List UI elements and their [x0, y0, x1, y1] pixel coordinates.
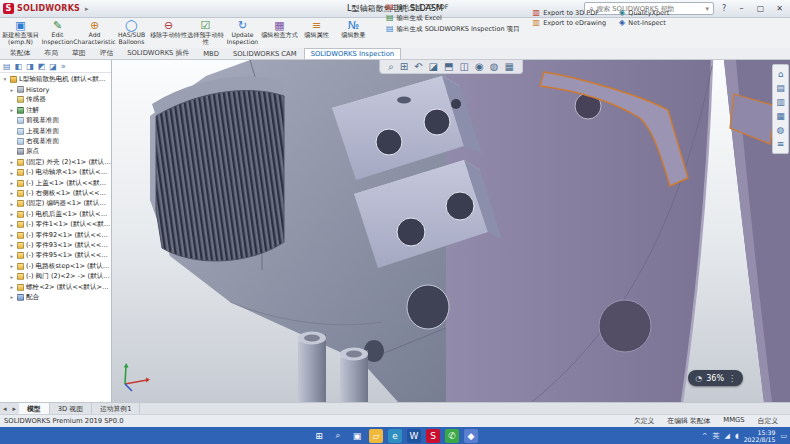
- commandmanager-tab[interactable]: SOLIDWORKS Inspection: [304, 48, 402, 59]
- document-tab[interactable]: 3D 视图: [50, 403, 92, 415]
- tree-item[interactable]: ▸ (-) 电路板step<1> (默认<<默认>_显示状态>): [0, 261, 111, 271]
- ime-indicator[interactable]: 英: [713, 431, 720, 441]
- expand-arrow-icon[interactable]: ▸: [9, 294, 15, 300]
- propertymanager-tab[interactable]: ◧: [15, 62, 23, 71]
- commandmanager-tab[interactable]: SOLIDWORKS CAM: [226, 48, 304, 59]
- menu-flyout-arrow-icon[interactable]: ▸: [85, 5, 89, 13]
- file-explorer-icon[interactable]: ▱: [369, 429, 383, 443]
- tree-item[interactable]: ▸ (-) 右侧板<1> (默认<<默认>_显示状态>): [0, 188, 111, 198]
- appearances-icon[interactable]: ◍: [777, 125, 785, 135]
- tree-item[interactable]: ▸ 注解: [0, 105, 111, 115]
- tree-item[interactable]: 右视基准面: [0, 136, 111, 146]
- expand-arrow-icon[interactable]: ▸: [9, 253, 15, 259]
- section-view-icon[interactable]: ◪: [429, 61, 438, 72]
- net-inspect-item[interactable]: ◈ Net-Inspect: [619, 19, 669, 27]
- expand-arrow-icon[interactable]: ▸: [9, 190, 15, 196]
- search-dropdown-icon[interactable]: ▾: [706, 5, 709, 13]
- expand-arrow-icon[interactable]: ▸: [9, 87, 15, 93]
- tree-item[interactable]: ▸ History: [0, 84, 111, 94]
- edit-quantity-button[interactable]: № 编辑数量: [335, 19, 372, 48]
- expand-arrow-icon[interactable]: ▸: [9, 232, 15, 238]
- edit-appearance-icon[interactable]: ◍: [490, 61, 499, 72]
- help-icon[interactable]: ?: [718, 4, 730, 13]
- export-edrawing-item[interactable]: ▥ Export to eDrawing: [533, 19, 607, 27]
- zoom-area-icon[interactable]: ⊞: [400, 61, 408, 72]
- expand-arrow-icon[interactable]: ▸: [9, 222, 15, 228]
- expand-arrow-icon[interactable]: ▸: [9, 263, 15, 269]
- view-orientation-icon[interactable]: ⬒: [444, 61, 453, 72]
- tab-scroll-right-icon[interactable]: ▸: [10, 405, 20, 413]
- expand-arrow-icon[interactable]: ▾: [2, 76, 8, 82]
- code-icon[interactable]: ◆: [464, 429, 478, 443]
- maximize-button[interactable]: ▢: [753, 4, 768, 13]
- design-library-icon[interactable]: ▤: [776, 83, 785, 93]
- taskbar-clock[interactable]: 15:39 2022/8/15: [744, 429, 776, 443]
- start-button[interactable]: ⊞: [312, 429, 326, 443]
- volume-icon[interactable]: ◖: [735, 432, 739, 440]
- minimize-button[interactable]: –: [734, 4, 749, 13]
- commandmanager-tab[interactable]: SOLIDWORKS 插件: [120, 46, 196, 59]
- qualityxpert-item[interactable]: ◈ QualityXpert: [619, 9, 669, 17]
- tab-scroll-left-icon[interactable]: ◂: [0, 405, 10, 413]
- expand-arrow-icon[interactable]: ▸: [9, 284, 15, 290]
- document-tab[interactable]: 模型: [19, 403, 50, 415]
- tree-item[interactable]: ▸ (-) 阀门 (2)<2> -> (默认<默认>_显示状态>): [0, 271, 111, 281]
- tree-item[interactable]: ▸ (-) 零件1<1> (默认<<默认>_显示状态>): [0, 219, 111, 229]
- export-2d-pdf-item[interactable]: ▤ 输出生成 2D PDF: [386, 3, 520, 12]
- view-palette-icon[interactable]: ▦: [776, 111, 785, 121]
- commandmanager-tab[interactable]: 布局: [37, 46, 65, 59]
- task-view-icon[interactable]: ▣: [350, 429, 364, 443]
- previous-view-icon[interactable]: ↶: [414, 61, 422, 72]
- tree-item[interactable]: ▸ (-) 电机后盖<1> (默认<<默认>_显示状态>): [0, 209, 111, 219]
- expand-arrow-icon[interactable]: ▸: [9, 180, 15, 186]
- display-style-icon[interactable]: ◫: [459, 61, 468, 72]
- panel-flyout-chevron[interactable]: »: [61, 62, 66, 71]
- edit-inspection-button[interactable]: ✎ Edit Inspection: [39, 19, 76, 48]
- export-excel-item[interactable]: ▤ 输出生成 Excel: [386, 14, 520, 23]
- remove-manual-feature-button[interactable]: ⊖ 移除手动特性: [150, 19, 187, 48]
- tree-item[interactable]: ▸ (-) 零件93<1> (默认<<默认>_显示状态>): [0, 240, 111, 250]
- network-icon[interactable]: ◢: [725, 432, 730, 440]
- tree-item[interactable]: 原点: [0, 147, 111, 157]
- notification-center-icon[interactable]: ▭: [780, 432, 787, 440]
- new-inspection-project-button[interactable]: ▣ 新建检查项目 (emp.N): [2, 19, 39, 48]
- edit-inspection-method-button[interactable]: ▦ 编辑检查方式: [261, 19, 298, 48]
- expand-arrow-icon[interactable]: ▸: [9, 201, 15, 207]
- zoom-indicator[interactable]: ◔ 36% ⋮: [688, 370, 743, 386]
- file-explorer-icon[interactable]: ▥: [776, 97, 785, 107]
- wechat-icon[interactable]: ✆: [445, 429, 459, 443]
- select-manual-feature-button[interactable]: ☑ 选择预手动特性: [187, 19, 224, 48]
- commandmanager-tab[interactable]: MBD: [196, 48, 226, 59]
- zoom-left-icon[interactable]: ◔: [695, 374, 702, 383]
- commandmanager-tab[interactable]: 草图: [65, 46, 93, 59]
- hide-show-items-icon[interactable]: ◉: [475, 61, 484, 72]
- configurationmanager-tab[interactable]: ◨: [26, 62, 34, 71]
- tree-item[interactable]: 传感器: [0, 95, 111, 105]
- tree-item[interactable]: 前视基准面: [0, 116, 111, 126]
- export-inspection-project-item[interactable]: ▤ 输出生成 SOLIDWORKS Inspection 项目: [386, 25, 520, 34]
- expand-arrow-icon[interactable]: ▸: [9, 170, 15, 176]
- zoom-menu-icon[interactable]: ⋮: [728, 374, 736, 383]
- tree-item[interactable]: 上视基准面: [0, 126, 111, 136]
- featuremanager-tree-tab[interactable]: ▤: [3, 62, 11, 71]
- tree-item[interactable]: ▸ (固定) 编码器<1> (默认<<默认>_显示状态>): [0, 199, 111, 209]
- tree-item[interactable]: ▸ (-) 电动轴承<1> (默认<<默认>_显示状态>): [0, 168, 111, 178]
- document-tab[interactable]: 运动算例1: [92, 403, 141, 415]
- graphics-viewport[interactable]: ⌕ ⊞ ↶ ◪ ⬒ ◫ ◉ ◍ ▦: [112, 60, 790, 402]
- dimxpertmanager-tab[interactable]: ◩: [38, 62, 46, 71]
- expand-arrow-icon[interactable]: ▸: [9, 211, 15, 217]
- update-inspection-button[interactable]: ↻ Update Inspection: [224, 19, 261, 48]
- custom-properties-icon[interactable]: ≡: [777, 139, 785, 149]
- tree-item[interactable]: ▸ (-) 上盖<1> (默认<<默认>_显示状态>): [0, 178, 111, 188]
- displaymanager-tab[interactable]: ◪: [49, 62, 57, 71]
- commandmanager-tab[interactable]: 装配体: [3, 46, 37, 59]
- edge-icon[interactable]: e: [388, 429, 402, 443]
- search-icon[interactable]: ⌕: [331, 429, 345, 443]
- apply-scene-icon[interactable]: ▦: [504, 61, 513, 72]
- close-button[interactable]: ✕: [772, 4, 787, 13]
- commandmanager-tab[interactable]: 评估: [93, 46, 121, 59]
- expand-arrow-icon[interactable]: ▸: [9, 242, 15, 248]
- balloons-button[interactable]: ◯ HAS/SUB Balloons: [113, 19, 150, 48]
- solidworks-icon[interactable]: S: [426, 429, 440, 443]
- solidworks-resources-icon[interactable]: ⌂: [778, 69, 784, 79]
